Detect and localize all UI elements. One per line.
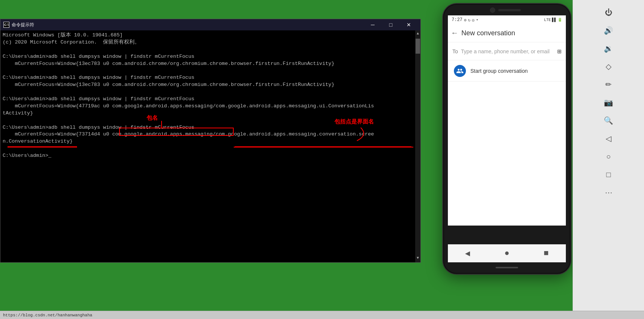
recents-nav-button[interactable]: ■ xyxy=(544,249,549,258)
power-button[interactable]: ⏻ xyxy=(577,4,641,21)
phone-top-bar xyxy=(444,5,570,15)
cmd-window: C:\ 命令提示符 ─ □ ✕ Microsoft Windows [版本 10… xyxy=(0,19,421,263)
group-icon xyxy=(454,65,466,77)
to-input-placeholder[interactable]: Type a name, phone number, or email xyxy=(461,48,554,54)
cmd-icon: C:\ xyxy=(3,22,9,28)
status-left: 7:27 ⚙ ↻ ◎ ▪ xyxy=(452,17,478,23)
signal-type: LTE xyxy=(544,18,551,22)
battery-icon: ▪ xyxy=(476,18,479,22)
group-conversation-text: Start group conversation xyxy=(470,68,528,74)
settings-icon: ⚙ xyxy=(464,18,467,23)
diamond-button[interactable]: ◇ xyxy=(577,58,641,75)
phone-device: 7:27 ⚙ ↻ ◎ ▪ LTE ▋▋ 🔋 ← New conversation… xyxy=(443,4,571,274)
back-nav-button[interactable]: ◀ xyxy=(465,248,470,259)
cmd-title-left: C:\ 命令提示符 xyxy=(3,22,34,28)
phone-header: ← New conversation xyxy=(448,24,566,42)
phone-time: 7:27 xyxy=(452,17,463,23)
phone-screen: 7:27 ⚙ ↻ ◎ ▪ LTE ▋▋ 🔋 ← New conversation… xyxy=(448,15,566,226)
cmd-controls: ─ □ ✕ xyxy=(364,19,417,30)
cmd-title-text: 命令提示符 xyxy=(12,22,34,28)
camera-button[interactable]: 📷 xyxy=(577,94,641,111)
scroll-down-arrow[interactable]: ▼ xyxy=(416,255,420,262)
back-button[interactable]: ← xyxy=(452,29,457,38)
to-label: To xyxy=(452,48,458,54)
cmd-scrollbar[interactable]: ▲ ▼ xyxy=(415,30,420,262)
right-toolbar: ⏻ 🔊 🔉 ◇ ✏ 📷 🔍 ◁ ○ □ ⋯ xyxy=(573,0,644,319)
phone-bottom-indicator xyxy=(496,267,518,268)
home-nav-button[interactable]: ● xyxy=(504,249,509,258)
scroll-up-arrow[interactable]: ▲ xyxy=(416,30,420,37)
phone-to-row: To Type a name, phone number, or email ⊞ xyxy=(448,42,566,60)
phone-content-area xyxy=(448,81,566,226)
sync-icon: ↻ xyxy=(468,18,470,23)
keypad-icon[interactable]: ⊞ xyxy=(557,47,561,56)
phone-status-bar: 7:27 ⚙ ↻ ◎ ▪ LTE ▋▋ 🔋 xyxy=(448,15,566,24)
more-button[interactable]: ⋯ xyxy=(577,184,641,201)
maximize-button[interactable]: □ xyxy=(382,19,399,30)
minimize-button[interactable]: ─ xyxy=(364,19,381,30)
cmd-titlebar: C:\ 命令提示符 ─ □ ✕ xyxy=(0,19,420,30)
phone-group-row[interactable]: Start group conversation xyxy=(448,60,566,81)
phone-nav-bar: ◀ ● ■ xyxy=(448,244,566,262)
url-bar: https://blog.csdn.net/hanhanwanghaha xyxy=(0,311,644,319)
url-text: https://blog.csdn.net/hanhanwanghaha xyxy=(3,313,92,317)
phone-camera xyxy=(490,8,495,13)
phone-bottom-bar xyxy=(444,262,570,273)
eraser-button[interactable]: ✏ xyxy=(577,76,641,93)
zoom-button[interactable]: 🔍 xyxy=(577,112,641,129)
phone-header-title: New conversation xyxy=(461,29,515,37)
battery-level: 🔋 xyxy=(558,18,562,22)
scroll-thumb[interactable] xyxy=(416,39,420,54)
back-toolbar-button[interactable]: ◁ xyxy=(577,130,641,147)
radio-icon: ◎ xyxy=(472,18,475,23)
square-toolbar-button[interactable]: □ xyxy=(577,166,641,183)
volume-up-button[interactable]: 🔊 xyxy=(577,22,641,39)
status-right: LTE ▋▋ 🔋 xyxy=(544,18,562,22)
close-button[interactable]: ✕ xyxy=(400,19,417,30)
signal-bars: ▋▋ xyxy=(552,18,556,22)
cmd-line-0: Microsoft Windows [版本 10.0. 19041.685] (… xyxy=(3,32,418,160)
home-toolbar-button[interactable]: ○ xyxy=(577,148,641,165)
phone-speaker xyxy=(498,9,521,11)
volume-down-button[interactable]: 🔉 xyxy=(577,40,641,57)
cmd-content: Microsoft Windows [版本 10.0. 19041.685] (… xyxy=(0,30,420,262)
